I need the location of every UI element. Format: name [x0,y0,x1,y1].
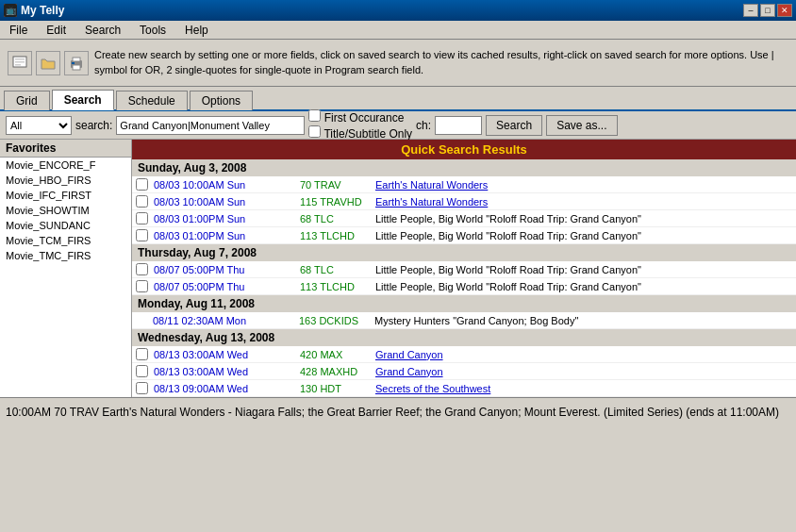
result-datetime: 08/03 01:00PM Sun [154,230,300,241]
result-row: 08/13 03:00AM Wed 428 MAXHD Grand Canyon [132,363,796,380]
tab-bar: Grid Search Schedule Options [0,87,796,111]
ch-label: ch: [416,119,431,132]
result-channel: 113 TLCHD [300,281,375,292]
search-input[interactable] [116,116,305,135]
row-checkbox-3[interactable] [136,229,148,241]
checkbox-group: First Occurance Title/Subtitle Only [308,109,412,141]
row-checkbox-7[interactable] [136,365,148,377]
day-header-wednesday: Wednesday, Aug 13, 2008 [132,329,796,346]
result-datetime: 08/13 09:00AM Wed [154,383,300,394]
row-checkbox-4[interactable] [136,263,148,275]
result-row: 08/11 02:30AM Mon 163 DCKIDS Mystery Hun… [132,312,796,329]
result-datetime: 08/13 03:00AM Wed [154,349,300,360]
result-title[interactable]: Earth's Natural Wonders [375,196,792,208]
tab-grid[interactable]: Grid [4,91,50,110]
search-label: search: [75,119,112,132]
row-checkbox-5[interactable] [136,280,148,292]
day-header-monday: Monday, Aug 11, 2008 [132,295,796,312]
row-checkbox-1[interactable] [136,195,148,208]
title-subtitle-only-checkbox[interactable] [308,125,321,138]
result-title[interactable]: Grand Canyon [375,349,792,360]
result-datetime: 08/07 05:00PM Thu [154,281,300,292]
results-header: Quick Search Results [132,140,796,159]
result-title: Little People, Big World "Roloff Road Tr… [375,230,792,241]
app-title: My Telly [21,4,64,17]
tab-search[interactable]: Search [52,90,114,110]
result-datetime: 08/03 10:00AM Sun [154,179,300,191]
toolbar-help-text: Create new search by setting one or more… [94,48,788,77]
status-bar: 10:00AM 70 TRAV Earth's Natural Wonders … [0,397,796,425]
result-datetime: 08/07 05:00PM Thu [154,264,300,275]
open-button[interactable] [36,51,60,75]
row-checkbox-2[interactable] [136,212,148,224]
search-type-dropdown[interactable]: All Title Description Actor Director [6,116,72,135]
svg-rect-7 [72,62,75,64]
result-datetime: 08/03 01:00PM Sun [154,213,300,224]
status-text: 10:00AM 70 TRAV Earth's Natural Wonders … [6,406,779,419]
svg-rect-3 [15,64,21,66]
row-checkbox-6[interactable] [136,348,148,360]
result-datetime: 08/11 02:30AM Mon [153,315,299,326]
menu-help[interactable]: Help [179,22,214,39]
menu-edit[interactable]: Edit [41,22,72,39]
app-icon: 📺 [4,4,17,17]
minimize-button[interactable]: – [743,4,758,17]
result-row: 08/03 10:00AM Sun 115 TRAVHD Earth's Nat… [132,193,796,210]
result-datetime: 08/03 10:00AM Sun [154,196,300,208]
menu-bar: File Edit Search Tools Help [0,21,796,40]
result-title[interactable]: Secrets of the Southwest [375,383,792,394]
result-channel: 130 HDT [300,383,375,394]
tab-options[interactable]: Options [190,91,253,110]
svg-rect-5 [73,58,80,61]
row-checkbox-0[interactable] [136,178,148,191]
result-channel: 163 DCKIDS [299,315,374,326]
sidebar-header: Favorites [0,140,131,158]
title-bar-left: 📺 My Telly [4,4,64,17]
result-row: 08/03 10:00AM Sun 70 TRAV Earth's Natura… [132,176,796,193]
first-occurrence-checkbox[interactable] [308,109,321,122]
result-title[interactable]: Earth's Natural Wonders [375,179,792,191]
sidebar-item-0[interactable]: Movie_ENCORE_F [0,158,131,173]
sidebar-item-6[interactable]: Movie_TMC_FIRS [0,248,131,263]
maximize-button[interactable]: □ [760,4,775,17]
menu-search[interactable]: Search [79,22,126,39]
svg-rect-1 [15,58,25,60]
new-search-button[interactable] [8,51,32,75]
close-button[interactable]: ✕ [777,4,792,17]
title-bar-controls[interactable]: – □ ✕ [743,4,792,17]
svg-rect-6 [73,65,80,70]
result-row: 08/03 01:00PM Sun 113 TLCHD Little Peopl… [132,227,796,244]
result-title: Little People, Big World "Roloff Road Tr… [375,213,792,224]
svg-rect-2 [15,61,25,63]
result-channel: 115 TRAVHD [300,196,375,208]
sidebar-item-3[interactable]: Movie_SHOWTIM [0,203,131,218]
result-channel: 113 TLCHD [300,230,375,241]
result-row: 08/03 01:00PM Sun 68 TLC Little People, … [132,210,796,227]
day-header-thursday: Thursday, Aug 7, 2008 [132,244,796,261]
menu-tools[interactable]: Tools [134,22,172,39]
menu-file[interactable]: File [4,22,33,39]
sidebar: Favorites Movie_ENCORE_F Movie_HBO_FIRS … [0,140,132,397]
result-row: 08/13 03:00AM Wed 420 MAX Grand Canyon [132,346,796,363]
result-datetime: 08/13 03:00AM Wed [154,366,300,377]
tab-schedule[interactable]: Schedule [116,91,188,110]
day-header-sunday: Sunday, Aug 3, 2008 [132,159,796,176]
result-channel: 68 TLC [300,264,375,275]
save-as-button[interactable]: Save as... [546,115,617,136]
result-title: Little People, Big World "Roloff Road Tr… [375,264,792,275]
result-channel: 70 TRAV [300,179,375,191]
search-button[interactable]: Search [486,115,542,136]
sidebar-item-5[interactable]: Movie_TCM_FIRS [0,233,131,248]
channel-input[interactable] [435,116,482,135]
sidebar-item-2[interactable]: Movie_IFC_FIRST [0,188,131,203]
search-bar: All Title Description Actor Director sea… [0,111,796,140]
toolbar-icons [8,51,89,75]
sidebar-item-1[interactable]: Movie_HBO_FIRS [0,173,131,188]
result-title: Mystery Hunters "Grand Canyon; Bog Body" [374,315,792,326]
result-title[interactable]: Grand Canyon [375,366,792,377]
result-channel: 428 MAXHD [300,366,375,377]
print-button[interactable] [64,51,89,75]
row-checkbox-8[interactable] [136,382,148,394]
sidebar-item-4[interactable]: Movie_SUNDANC [0,218,131,233]
result-row: 08/07 05:00PM Thu 68 TLC Little People, … [132,261,796,278]
